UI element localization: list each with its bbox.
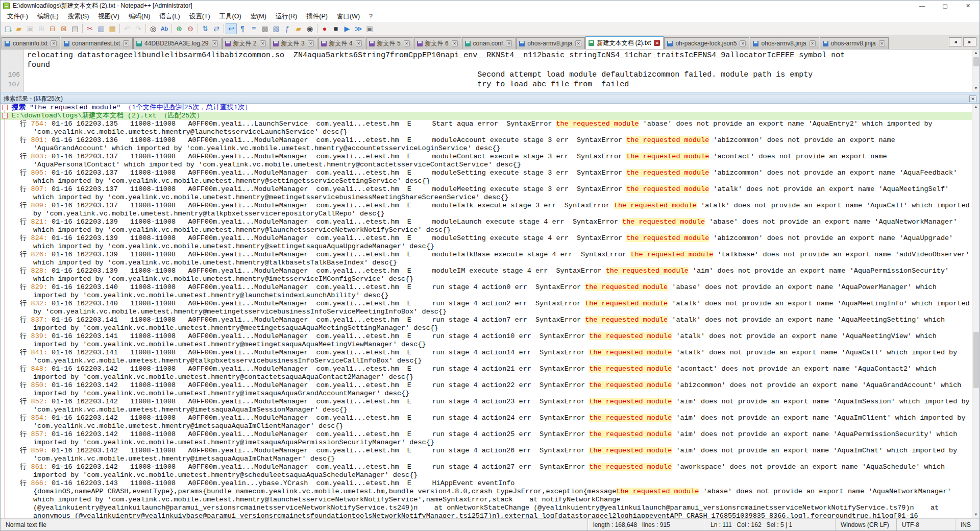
search-result-row[interactable]: 行 807: 01-16 162203.137 11008-11008 A0FF… <box>1 185 972 202</box>
tab-ohos-armv8.jinja[interactable]: ohos-armv8.jinja✕ <box>820 37 889 49</box>
menu-item[interactable]: 窗口(W) <box>332 11 364 22</box>
search-result-row[interactable]: 行 829: 01-16 162203.140 11008-11008 A0FF… <box>1 283 972 300</box>
search-result-row[interactable]: 行 854: 01-16 162203.142 11008-11008 A0FF… <box>1 414 972 430</box>
search-result-row[interactable]: 行 824: 01-16 162203.139 11008-11008 A0FF… <box>1 234 972 251</box>
tab-44DBD285AA3E.log.29[interactable]: 44DBD285AA3E.log.29✕ <box>133 37 221 49</box>
search-result-row[interactable]: 行 866: 01-16 162203.143 11008-11008 A0FF… <box>1 479 972 518</box>
search-result-row[interactable]: 行 809: 01-16 162203.137 11008-11008 A0FF… <box>1 202 972 218</box>
search-result-row[interactable]: 行 859: 01-16 162203.142 11008-11008 A0FF… <box>1 447 972 463</box>
zoom-out-icon[interactable]: ⊖ <box>185 23 196 34</box>
search-file-row[interactable]: E:\download\logs\新建文本文档 (2).txt （匹配25次） <box>1 112 972 120</box>
search-result-row[interactable]: 行 805: 01-16 162203.137 11008-11008 A0FF… <box>1 169 972 185</box>
tab-close-icon[interactable]: ✕ <box>879 40 885 46</box>
menu-item[interactable]: 工具(O) <box>215 11 246 22</box>
menu-item[interactable]: 运行(R) <box>271 11 302 22</box>
macro-record-icon[interactable]: ● <box>319 23 330 34</box>
fold-collapse-icon[interactable]: - <box>2 105 8 110</box>
show-all-chars-icon[interactable]: ¶ <box>237 23 248 34</box>
macro-play-icon[interactable]: ▶ <box>341 23 353 34</box>
tab-close-icon[interactable]: ✕ <box>506 40 512 46</box>
menu-item[interactable]: 语言(L) <box>155 11 184 22</box>
save-icon[interactable]: ▣ <box>24 23 36 34</box>
menu-item[interactable]: 视图(V) <box>93 11 124 22</box>
macro-run-multiple-icon[interactable]: ≫ <box>353 23 364 34</box>
search-result-row[interactable]: 行 828: 01-16 162203.139 11008-11008 A0FF… <box>1 267 972 283</box>
tab-close-icon[interactable]: ✕ <box>308 40 314 46</box>
results-vertical-scrollbar[interactable]: ▲ ▼ <box>972 104 979 518</box>
menu-item[interactable]: 插件(P) <box>302 11 332 22</box>
tab-close-icon[interactable]: ✕ <box>452 40 458 46</box>
editor-scrollbar-thumb[interactable] <box>973 57 979 66</box>
new-file-icon[interactable]: ▢+ <box>2 23 13 34</box>
open-folder-icon[interactable]: ▰ <box>13 23 24 34</box>
macro-stop-icon[interactable]: ■ <box>330 23 341 34</box>
menu-item[interactable]: 文件(F) <box>3 11 33 22</box>
tab-close-icon[interactable]: ✕ <box>810 40 816 46</box>
word-wrap-icon[interactable]: ↩ <box>226 23 237 34</box>
undo-icon[interactable]: ↶ <box>121 23 133 34</box>
search-result-row[interactable]: 行 861: 01-16 162203.142 11008-11008 A0FF… <box>1 463 972 479</box>
menu-item[interactable]: 编辑(E) <box>33 11 63 22</box>
monitoring-icon[interactable]: ◉ <box>304 23 315 34</box>
tab-新文件 4[interactable]: 新文件 4✕ <box>318 37 365 49</box>
indent-guide-icon[interactable]: ≡ <box>248 23 259 34</box>
function-list-icon[interactable]: ƒ <box>282 23 293 34</box>
maximize-button[interactable]: ▢ <box>934 1 957 11</box>
search-result-row[interactable]: 行 803: 01-16 162203.137 11008-11008 A0FF… <box>1 153 972 169</box>
tab-新文件 6[interactable]: 新文件 6✕ <box>414 37 461 49</box>
tab-新文件 2[interactable]: 新文件 2✕ <box>222 37 270 49</box>
tab-close-icon[interactable]: ✕ <box>404 40 410 46</box>
tab-scroll-left-icon[interactable]: ◄ <box>949 37 962 46</box>
user-lang-icon[interactable]: ▩ <box>259 23 271 34</box>
menu-item[interactable]: 设置(T) <box>185 11 215 22</box>
search-result-row[interactable]: 行 839: 01-16 162203.141 11008-11008 A0FF… <box>1 332 972 349</box>
search-result-row[interactable]: 行 850: 01-16 162203.142 11008-11008 A0FF… <box>1 381 972 398</box>
scroll-up-icon[interactable]: ▲ <box>972 50 979 57</box>
find-icon[interactable]: ◎ <box>148 23 159 34</box>
search-result-row[interactable]: 行 832: 01-16 162203.140 11008-11008 A0FF… <box>1 300 972 316</box>
redo-icon[interactable]: ↷ <box>133 23 144 34</box>
menu-item[interactable]: 搜索(S) <box>63 11 94 22</box>
sync-horizontal-icon[interactable]: ⇄ <box>211 23 222 34</box>
tab-新文件 5[interactable]: 新文件 5✕ <box>366 37 413 49</box>
save-all-icon[interactable]: ⊞ <box>36 23 47 34</box>
tab-conaninfo.txt[interactable]: conaninfo.txt✕ <box>2 37 60 49</box>
tab-close-icon[interactable]: ✕ <box>740 40 746 46</box>
menu-item[interactable]: 宏(M) <box>246 11 271 22</box>
tab-close-icon[interactable]: ✕ <box>212 40 218 46</box>
print-icon[interactable]: ▤ <box>69 23 81 34</box>
tab-conanmanifest.txt[interactable]: conanmanifest.txt✕ <box>61 37 133 49</box>
scroll-up-icon[interactable]: ▲ <box>972 104 979 111</box>
editor-vertical-scrollbar[interactable]: ▲ ▼ <box>972 50 979 92</box>
cut-icon[interactable]: ✂ <box>84 23 95 34</box>
tab-scroll-right-icon[interactable]: ► <box>963 37 976 46</box>
search-result-row[interactable]: 行 821: 01-16 162203.139 11008-11008 A0FF… <box>1 218 972 234</box>
tab-ohos-armv8.jinja[interactable]: ohos-armv8.jinja✕ <box>516 37 585 49</box>
tab-close-icon[interactable]: ✕ <box>575 40 581 46</box>
search-result-row[interactable]: 行 826: 01-16 162203.139 11008-11008 A0FF… <box>1 251 972 267</box>
results-scrollbar-thumb[interactable] <box>973 332 979 388</box>
replace-icon[interactable]: Ab <box>159 23 170 34</box>
tab-close-icon[interactable]: ✕ <box>260 40 266 46</box>
search-result-row[interactable]: 行 852: 01-16 162203.142 11008-11008 A0FF… <box>1 398 972 414</box>
close-search-panel-icon[interactable]: ✕ <box>969 95 976 102</box>
folder-workspace-icon[interactable]: ▰ <box>293 23 304 34</box>
tab-oh-package-lock.json5[interactable]: oh-package-lock.json5✕ <box>664 37 749 49</box>
close-button[interactable]: ✕ <box>957 1 979 11</box>
menu-item[interactable]: ? <box>364 11 377 21</box>
editor-pane[interactable]: 106107 relocating datastorageel1bundleli… <box>1 49 979 92</box>
copy-icon[interactable]: ▥ <box>95 23 107 34</box>
sync-vertical-icon[interactable]: ⇅ <box>200 23 211 34</box>
search-summary-row[interactable]: 搜索 "the requested module" （1个文件中匹配到25次，总… <box>1 104 972 112</box>
close-all-icon[interactable]: ⊠ <box>58 23 69 34</box>
scroll-down-icon[interactable]: ▼ <box>972 511 979 518</box>
tab-新建文本文档 (2).txt[interactable]: 新建文本文档 (2).txt✕ <box>585 36 664 49</box>
editor-text-area[interactable]: relocating datastorageel1bundlelibsarm64… <box>24 50 972 92</box>
search-result-row[interactable]: 行 754: 01-16 162203.135 11008-11008 A0FF… <box>1 120 972 136</box>
zoom-in-icon[interactable]: ⊕ <box>174 23 185 34</box>
tab-ohos-armv8.jinja[interactable]: ohos-armv8.jinja✕ <box>750 37 819 49</box>
tab-close-icon[interactable]: ✕ <box>51 40 57 46</box>
tab-close-icon[interactable]: ✕ <box>123 40 129 46</box>
doc-map-icon[interactable]: ▧ <box>271 23 282 34</box>
search-result-row[interactable]: 行 841: 01-16 162203.141 11008-11008 A0FF… <box>1 349 972 365</box>
